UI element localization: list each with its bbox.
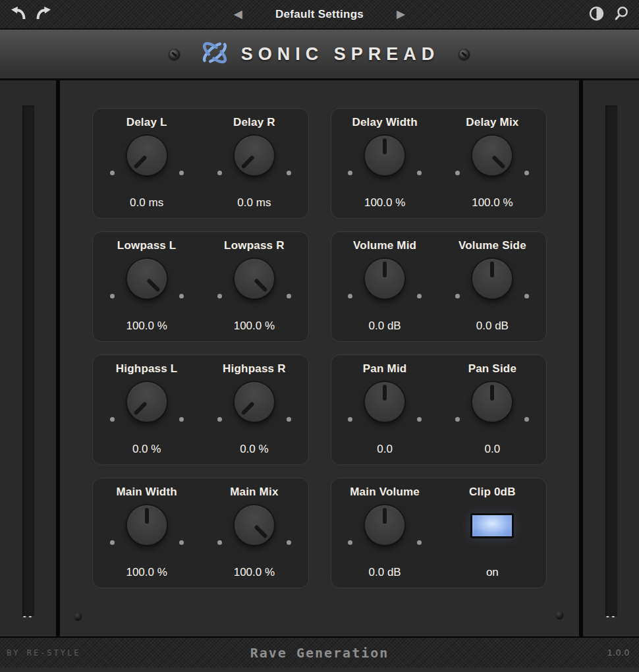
magnifier-icon — [613, 5, 630, 24]
topbar-right-controls — [587, 4, 631, 25]
knob-pan-mid[interactable] — [335, 380, 434, 435]
controls-panel: Delay L 0.0 ms Delay R — [60, 80, 579, 636]
knob-delay-r[interactable] — [205, 134, 304, 189]
knob-main-width[interactable] — [97, 503, 196, 559]
zoom-button[interactable] — [612, 4, 631, 25]
cell-delay-r: Delay R 0.0 ms — [200, 109, 308, 218]
contrast-icon — [588, 5, 605, 24]
knob-pointer — [472, 259, 512, 298]
knob-main-volume[interactable] — [335, 503, 434, 559]
knob-dial[interactable] — [234, 258, 275, 299]
cell-delay-width: Delay Width 100.0 % — [331, 109, 439, 218]
knob-max-dot — [287, 294, 291, 298]
knob-value: 0.0 ms — [130, 196, 163, 210]
knob-max-dot — [417, 171, 422, 175]
screw-icon — [74, 613, 82, 620]
cell-pan-side: Pan Side 0.0 — [439, 355, 546, 464]
knob-dial[interactable] — [472, 135, 513, 176]
knob-dial[interactable] — [364, 505, 405, 546]
knob-pointer — [226, 497, 282, 553]
knob-volume-side[interactable] — [443, 257, 542, 312]
knob-label: Volume Side — [458, 239, 526, 252]
knob-dial[interactable] — [472, 258, 513, 299]
knob-pointer — [119, 128, 175, 184]
knob-main-mix[interactable] — [205, 503, 304, 559]
knob-lowpass-l[interactable] — [97, 257, 196, 312]
group-main-volume-clip: Main Volume 0.0 dB Clip 0dB on — [331, 478, 547, 588]
brand: SONIC SPREAD — [200, 34, 440, 74]
knob-value: 100.0 % — [234, 320, 275, 333]
knob-delay-l[interactable] — [97, 134, 196, 189]
knob-value: 0.0 % — [132, 443, 161, 456]
knob-value: 100.0 % — [126, 566, 167, 579]
knob-dial[interactable] — [472, 381, 513, 422]
version-text: 1.0.0 — [607, 648, 630, 658]
knob-value: 0.0 dB — [369, 566, 401, 579]
clip-0db-toggle-button[interactable] — [470, 513, 514, 538]
knob-value: 0.0 % — [240, 443, 268, 456]
knob-dial[interactable] — [234, 505, 275, 546]
knob-dial[interactable] — [234, 135, 275, 176]
preset-prev-button[interactable]: ◀ — [231, 7, 245, 21]
plugin-title: SONIC SPREAD — [241, 44, 440, 65]
left-level-meter — [22, 105, 34, 616]
cell-highpass-l: Highpass L 0.0 % — [93, 355, 200, 464]
knob-max-dot — [287, 417, 291, 422]
knob-pointer — [365, 505, 404, 545]
knob-delay-mix[interactable] — [443, 134, 542, 189]
topbar: ◀ Default Settings ▶ — [0, 0, 639, 30]
knob-pointer — [472, 382, 512, 422]
knob-dial[interactable] — [126, 381, 167, 422]
knob-value: 0.0 ms — [237, 196, 271, 210]
knob-label: Main Width — [116, 486, 177, 499]
undo-button[interactable] — [9, 3, 29, 25]
knob-volume-mid[interactable] — [335, 257, 434, 312]
group-volume-mid-side: Volume Mid 0.0 dB Volume Side — [331, 231, 547, 342]
redo-button[interactable] — [33, 3, 53, 25]
knob-min-dot — [110, 294, 115, 298]
knob-value: 100.0 % — [234, 566, 275, 579]
cell-delay-l: Delay L 0.0 ms — [93, 109, 200, 218]
left-meter-readout: -- — [0, 612, 56, 621]
cell-main-width: Main Width 100.0 % — [93, 478, 200, 588]
knob-pointer — [226, 374, 282, 430]
preset-next-button[interactable]: ▶ — [394, 7, 408, 21]
cell-lowpass-r: Lowpass R 100.0 % — [200, 232, 308, 341]
undo-icon — [10, 5, 28, 24]
knob-pan-side[interactable] — [443, 380, 542, 435]
knob-dial[interactable] — [364, 135, 405, 176]
knob-dial[interactable] — [364, 258, 405, 299]
theme-contrast-button[interactable] — [587, 4, 606, 25]
knob-dial[interactable] — [234, 381, 275, 422]
knob-dial[interactable] — [126, 258, 167, 299]
knob-min-dot — [217, 417, 222, 422]
cell-main-mix: Main Mix 100.0 % — [200, 478, 308, 588]
footer: BY RE-STYLE Rave Generation 1.0.0 — [0, 638, 639, 667]
knob-dial[interactable] — [126, 135, 167, 176]
knob-min-dot — [110, 171, 115, 175]
cell-delay-mix: Delay Mix 100.0 % — [439, 109, 546, 218]
right-level-meter — [605, 105, 617, 616]
group-pan: Pan Mid 0.0 Pan Side — [331, 354, 547, 465]
knob-max-dot — [417, 417, 422, 422]
preset-navigator: ◀ Default Settings ▶ — [231, 0, 408, 28]
cell-highpass-r: Highpass R 0.0 % — [200, 355, 308, 464]
main-area: -- Delay L 0.0 ms Delay R — [0, 80, 639, 638]
preset-name[interactable]: Default Settings — [275, 8, 364, 21]
knob-pointer — [226, 128, 282, 184]
knob-pointer — [119, 374, 175, 430]
knob-value: 0.0 — [485, 443, 501, 456]
knob-dial[interactable] — [364, 381, 405, 422]
knob-dial[interactable] — [126, 505, 167, 546]
knob-highpass-l[interactable] — [97, 380, 196, 435]
header: SONIC SPREAD — [0, 30, 639, 80]
knob-highpass-r[interactable] — [205, 380, 304, 435]
knob-delay-width[interactable] — [335, 134, 434, 189]
knob-min-dot — [110, 540, 115, 545]
knob-pointer — [365, 382, 404, 422]
knob-lowpass-r[interactable] — [205, 257, 304, 312]
knob-max-dot — [179, 294, 184, 298]
knob-pointer — [119, 251, 175, 307]
knob-max-dot — [179, 171, 184, 175]
knob-min-dot — [348, 294, 352, 298]
